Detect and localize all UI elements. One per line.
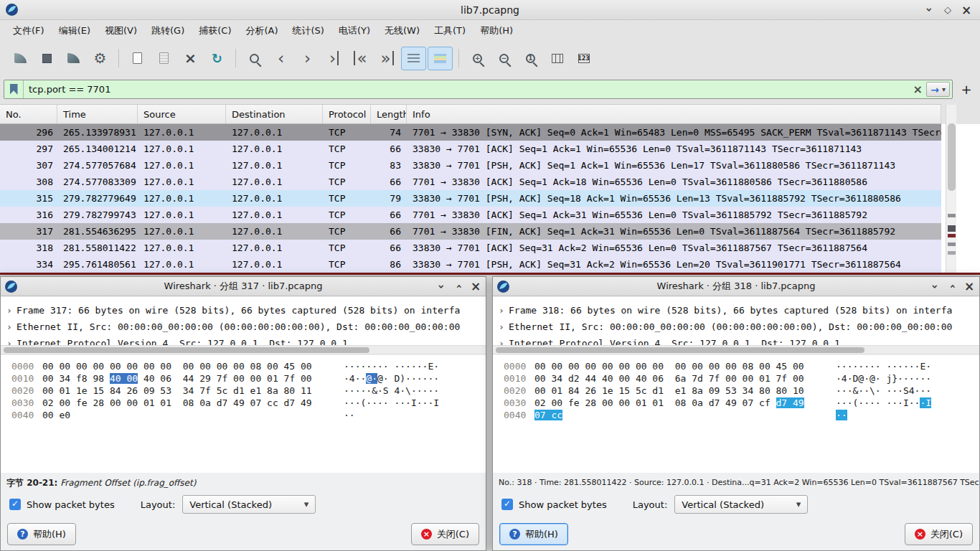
menu-item[interactable]: 帮助(H): [473, 22, 520, 40]
auto-scroll-button[interactable]: [401, 47, 426, 70]
restart-capture-button[interactable]: [61, 47, 86, 70]
column-header[interactable]: Protocol: [323, 105, 371, 123]
tree-row[interactable]: Frame 318: 66 bytes on wire (528 bits), …: [493, 302, 979, 319]
colorize-packets-button[interactable]: [428, 47, 453, 70]
filter-bookmark-icon[interactable]: [4, 80, 24, 98]
column-header[interactable]: Time: [57, 105, 138, 123]
scrollbar-thumb[interactable]: [4, 347, 369, 353]
maximize-icon[interactable]: [943, 279, 961, 293]
tree-row[interactable]: Internet Protocol Version 4, Src: 127.0.…: [1, 335, 486, 345]
packet-row[interactable]: 297265.134001214127.0.0.1127.0.0.1TCP663…: [0, 141, 941, 157]
zoom-in-button[interactable]: +: [465, 47, 490, 70]
close-icon[interactable]: [957, 2, 976, 18]
close-button[interactable]: 关闭(C): [411, 523, 479, 545]
packet-row[interactable]: 334295.761480561127.0.0.1127.0.0.1TCP863…: [0, 256, 941, 273]
expand-arrow-icon[interactable]: [6, 319, 12, 335]
hex-row[interactable]: 003002 00 fe 28 00 00 01 01 08 0a d7 49 …: [11, 397, 486, 409]
expand-arrow-icon[interactable]: [6, 335, 12, 345]
hex-row[interactable]: 002000 01 84 26 1e 15 5c d1 e1 8a 09 53 …: [504, 385, 979, 397]
tree-row[interactable]: Internet Protocol Version 4, Src: 127.0.…: [493, 335, 979, 345]
shade-icon[interactable]: [433, 279, 450, 293]
packet-row[interactable]: 316279.782799743127.0.0.1127.0.0.1TCP667…: [0, 207, 941, 223]
show-packet-bytes-checkbox[interactable]: [501, 499, 513, 510]
packet-row[interactable]: 296265.133978931127.0.0.1127.0.0.1TCP747…: [0, 124, 941, 141]
menu-item[interactable]: 捕获(C): [192, 22, 238, 40]
column-header[interactable]: Destination: [226, 105, 323, 123]
close-button[interactable]: 关闭(C): [905, 523, 973, 545]
packet-row[interactable]: 315279.782779649127.0.0.1127.0.0.1TCP793…: [0, 190, 941, 207]
hex-row[interactable]: 004007 cc··: [504, 409, 979, 421]
hex-row[interactable]: 002000 01 1e 15 84 26 09 53 34 7f 5c d1 …: [11, 385, 486, 397]
layout-select[interactable]: Vertical (Stacked): [182, 495, 316, 514]
menu-item[interactable]: 编辑(E): [52, 22, 98, 40]
start-capture-button[interactable]: [8, 47, 33, 70]
filter-input[interactable]: tcp.port == 7701 × → ▾: [4, 80, 953, 99]
hex-row[interactable]: 001000 34 f8 98 40 00 40 06 44 29 7f 00 …: [11, 372, 486, 385]
menu-item[interactable]: 视图(V): [98, 22, 144, 40]
expand-arrow-icon[interactable]: [499, 319, 504, 335]
reload-file-button[interactable]: ↻: [204, 47, 230, 70]
packet-row[interactable]: 308274.577083309127.0.0.1127.0.0.1TCP667…: [0, 174, 941, 190]
hex-row[interactable]: 004000 e0··: [11, 409, 486, 421]
close-icon[interactable]: [467, 279, 484, 293]
expand-arrow-icon[interactable]: [6, 302, 12, 319]
horizontal-scrollbar[interactable]: [1, 345, 486, 354]
close-file-button[interactable]: ×: [178, 47, 203, 70]
tree-row[interactable]: Frame 317: 66 bytes on wire (528 bits), …: [1, 302, 486, 319]
packet-row[interactable]: 318281.558011422127.0.0.1127.0.0.1TCP663…: [0, 240, 941, 256]
tree-row[interactable]: Ethernet II, Src: 00:00:00_00:00:00 (00:…: [1, 319, 486, 335]
find-packet-button[interactable]: [242, 47, 267, 70]
expand-arrow-icon[interactable]: [499, 302, 504, 319]
expand-arrow-icon[interactable]: [499, 335, 504, 345]
hex-row[interactable]: 003002 00 fe 28 00 00 01 01 08 0a d7 49 …: [504, 397, 979, 409]
stop-capture-button[interactable]: [34, 47, 60, 70]
filter-apply-button[interactable]: → ▾: [926, 82, 950, 97]
packet-row[interactable]: 307274.577057684127.0.0.1127.0.0.1TCP833…: [0, 157, 941, 174]
help-button[interactable]: 帮助(H): [7, 523, 76, 545]
show-packet-bytes-checkbox[interactable]: [9, 499, 21, 510]
menu-item[interactable]: 工具(T): [427, 22, 473, 40]
filter-text[interactable]: tcp.port == 7701: [24, 84, 909, 95]
resize-columns-button[interactable]: [545, 47, 570, 70]
menu-item[interactable]: 文件(F): [6, 22, 52, 40]
go-to-packet-button[interactable]: ›: [321, 47, 347, 70]
scrollbar-thumb[interactable]: [496, 347, 864, 353]
close-icon[interactable]: [961, 279, 978, 293]
go-last-packet-button[interactable]: »: [374, 47, 400, 70]
menu-item[interactable]: 无线(W): [377, 22, 427, 40]
shade-icon[interactable]: [926, 279, 943, 293]
layout-select[interactable]: Vertical (Stacked): [674, 495, 808, 514]
menu-item[interactable]: 分析(A): [238, 22, 285, 40]
packet-row[interactable]: 317281.554636295127.0.0.1127.0.0.1TCP667…: [0, 223, 941, 240]
menu-item[interactable]: 跳转(G): [144, 22, 192, 40]
capture-options-button[interactable]: ⚙: [88, 47, 113, 70]
maximize-icon[interactable]: [938, 2, 957, 18]
column-header[interactable]: Source: [138, 105, 226, 123]
go-forward-button[interactable]: ›: [295, 47, 320, 70]
save-file-button[interactable]: [151, 47, 176, 70]
maximize-icon[interactable]: [450, 279, 467, 293]
column-header[interactable]: Info: [407, 105, 941, 123]
menu-item[interactable]: 统计(S): [286, 22, 331, 40]
zoom-out-button[interactable]: −: [491, 47, 517, 70]
filter-dropdown-icon[interactable]: ▾: [942, 85, 946, 93]
hex-row[interactable]: 001000 34 d2 44 40 00 40 06 6a 7d 7f 00 …: [504, 372, 979, 385]
column-layout-button[interactable]: 123: [571, 47, 596, 70]
filter-clear-icon[interactable]: ×: [909, 83, 926, 96]
zoom-100-button[interactable]: 1: [518, 47, 543, 70]
hex-row[interactable]: 000000 00 00 00 00 00 00 00 00 00 00 00 …: [11, 360, 486, 372]
menu-item[interactable]: 电话(Y): [331, 22, 377, 40]
filter-add-button[interactable]: +: [956, 80, 976, 99]
scrollbar-thumb[interactable]: [948, 123, 956, 191]
horizontal-scrollbar[interactable]: [493, 345, 979, 354]
hex-row[interactable]: 000000 00 00 00 00 00 00 00 00 00 00 00 …: [504, 360, 979, 372]
column-header[interactable]: Length: [371, 105, 407, 123]
column-header[interactable]: No.: [0, 105, 57, 123]
go-first-packet-button[interactable]: «: [348, 47, 373, 70]
open-file-button[interactable]: [125, 47, 150, 70]
packet-list-scrollbar[interactable]: [946, 105, 956, 273]
go-back-button[interactable]: ‹: [268, 47, 293, 70]
tree-row[interactable]: Ethernet II, Src: 00:00:00_00:00:00 (00:…: [493, 319, 979, 335]
minimize-icon[interactable]: [920, 2, 938, 18]
help-button[interactable]: 帮助(H): [499, 523, 568, 545]
